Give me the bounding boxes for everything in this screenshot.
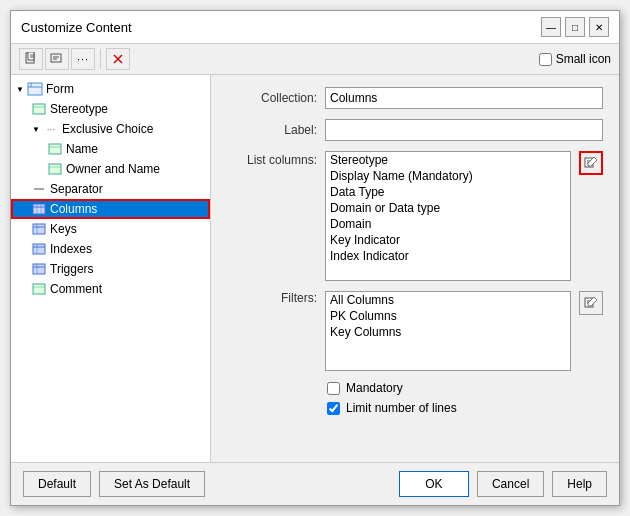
- owner-name-icon: [47, 161, 63, 177]
- default-button[interactable]: Default: [23, 471, 91, 497]
- mandatory-row[interactable]: Mandatory: [327, 381, 603, 395]
- tree-item-keys[interactable]: Keys: [11, 219, 210, 239]
- tree-label-separator: Separator: [50, 182, 103, 196]
- list-columns-edit-button[interactable]: [579, 151, 603, 175]
- title-bar: Customize Content — □ ✕: [11, 11, 619, 44]
- comment-icon: [31, 281, 47, 297]
- bottom-bar: Default Set As Default OK Cancel Help: [11, 462, 619, 505]
- tree-label-name: Name: [66, 142, 98, 156]
- tree-label-keys: Keys: [50, 222, 77, 236]
- list-item[interactable]: Domain or Data type: [326, 200, 570, 216]
- label-input[interactable]: [325, 119, 603, 141]
- list-item[interactable]: Data Type: [326, 184, 570, 200]
- more-button[interactable]: ···: [71, 48, 95, 70]
- list-item[interactable]: Index Indicator: [326, 248, 570, 264]
- props-panel: Collection: Label: List columns: Stereot…: [211, 75, 619, 462]
- tree-item-comment[interactable]: Comment: [11, 279, 210, 299]
- mandatory-label: Mandatory: [346, 381, 403, 395]
- name-icon: [47, 141, 63, 157]
- delete-button[interactable]: [106, 48, 130, 70]
- small-icon-checkbox[interactable]: [539, 53, 552, 66]
- content-area: ▼ Form Stereotype: [11, 75, 619, 462]
- stereotype-icon: [31, 101, 47, 117]
- columns-icon: [31, 201, 47, 217]
- tree-label-stereotype: Stereotype: [50, 102, 108, 116]
- bottom-right-buttons: OK Cancel Help: [399, 471, 607, 497]
- separator-icon: [31, 181, 47, 197]
- list-item[interactable]: Stereotype: [326, 152, 570, 168]
- small-icon-label: Small icon: [556, 52, 611, 66]
- list-item[interactable]: Display Name (Mandatory): [326, 168, 570, 184]
- tree-item-separator[interactable]: Separator: [11, 179, 210, 199]
- svg-rect-12: [33, 104, 45, 114]
- tree-label-triggers: Triggers: [50, 262, 94, 276]
- svg-rect-19: [33, 204, 45, 214]
- tree-item-triggers[interactable]: Triggers: [11, 259, 210, 279]
- limit-lines-row[interactable]: Limit number of lines: [327, 401, 603, 415]
- mandatory-checkbox[interactable]: [327, 382, 340, 395]
- filter-item[interactable]: Key Columns: [326, 324, 570, 340]
- label-row: Label:: [227, 119, 603, 141]
- collection-label: Collection:: [227, 91, 317, 105]
- svg-rect-9: [28, 83, 42, 95]
- triggers-icon: [31, 261, 47, 277]
- edit-button[interactable]: [45, 48, 69, 70]
- tree-item-name[interactable]: Name: [11, 139, 210, 159]
- svg-rect-32: [33, 284, 45, 294]
- close-button[interactable]: ✕: [589, 17, 609, 37]
- customize-content-dialog: Customize Content — □ ✕ ···: [10, 10, 620, 506]
- tree-label-exclusive-choice: Exclusive Choice: [62, 122, 153, 136]
- collection-row: Collection:: [227, 87, 603, 109]
- list-item[interactable]: Key Indicator: [326, 232, 570, 248]
- svg-rect-14: [49, 144, 61, 154]
- tree-panel: ▼ Form Stereotype: [11, 75, 211, 462]
- list-columns-area: List columns: Stereotype Display Name (M…: [227, 151, 603, 281]
- tree-label-comment: Comment: [50, 282, 102, 296]
- tree-label-form: Form: [46, 82, 74, 96]
- limit-lines-checkbox[interactable]: [327, 402, 340, 415]
- small-icon-area: Small icon: [539, 52, 611, 66]
- list-item[interactable]: Domain: [326, 216, 570, 232]
- ok-button[interactable]: OK: [399, 471, 469, 497]
- small-icon-checkbox-label[interactable]: Small icon: [539, 52, 611, 66]
- toolbar: ··· Small icon: [11, 44, 619, 75]
- tree-item-exclusive-choice[interactable]: ▼ ··· Exclusive Choice: [11, 119, 210, 139]
- filters-edit-button[interactable]: [579, 291, 603, 315]
- tree-item-owner-and-name[interactable]: Owner and Name: [11, 159, 210, 179]
- help-button[interactable]: Help: [552, 471, 607, 497]
- tree-item-stereotype[interactable]: Stereotype: [11, 99, 210, 119]
- indexes-icon: [31, 241, 47, 257]
- filters-list[interactable]: All Columns PK Columns Key Columns: [325, 291, 571, 371]
- form-icon: [27, 81, 43, 97]
- svg-rect-4: [51, 54, 61, 62]
- filter-item[interactable]: All Columns: [326, 292, 570, 308]
- maximize-button[interactable]: □: [565, 17, 585, 37]
- filter-item[interactable]: PK Columns: [326, 308, 570, 324]
- tree-item-columns[interactable]: Columns: [11, 199, 210, 219]
- minimize-button[interactable]: —: [541, 17, 561, 37]
- list-columns-label: List columns:: [227, 151, 317, 167]
- set-as-default-button[interactable]: Set As Default: [99, 471, 205, 497]
- limit-lines-label: Limit number of lines: [346, 401, 457, 415]
- tree-label-indexes: Indexes: [50, 242, 92, 256]
- exclusive-choice-icon: ···: [43, 121, 59, 137]
- checkboxes-area: Mandatory Limit number of lines: [227, 381, 603, 415]
- dialog-title: Customize Content: [21, 20, 132, 35]
- new-button[interactable]: [19, 48, 43, 70]
- filters-label: Filters:: [227, 291, 317, 305]
- toolbar-separator: [100, 49, 101, 69]
- tree-item-form[interactable]: ▼ Form: [11, 79, 210, 99]
- title-controls: — □ ✕: [541, 17, 609, 37]
- keys-icon: [31, 221, 47, 237]
- cancel-button[interactable]: Cancel: [477, 471, 544, 497]
- tree-label-columns: Columns: [50, 202, 97, 216]
- collection-input[interactable]: [325, 87, 603, 109]
- svg-rect-16: [49, 164, 61, 174]
- list-columns-list[interactable]: Stereotype Display Name (Mandatory) Data…: [325, 151, 571, 281]
- tree-item-indexes[interactable]: Indexes: [11, 239, 210, 259]
- svg-rect-29: [33, 264, 45, 274]
- svg-rect-26: [33, 244, 45, 254]
- filters-area: Filters: All Columns PK Columns Key Colu…: [227, 291, 603, 371]
- tree-label-owner-name: Owner and Name: [66, 162, 160, 176]
- svg-rect-1: [28, 52, 34, 60]
